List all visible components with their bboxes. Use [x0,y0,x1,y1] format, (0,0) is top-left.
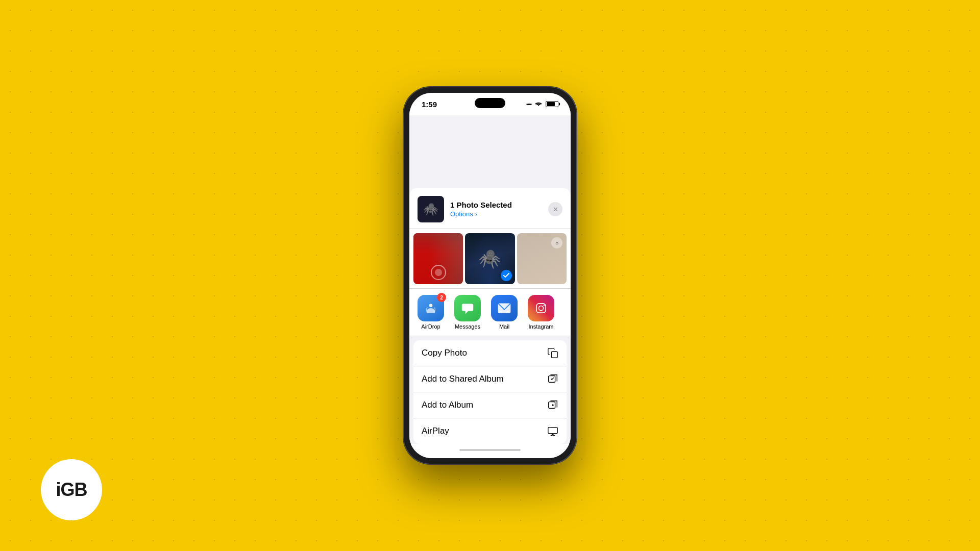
photo-thumbnail-2[interactable]: 🕷️ [465,233,514,284]
share-title-area: 1 Photo Selected Options › [450,201,542,218]
copy-photo-label: Copy Photo [422,348,467,358]
airplay-icon [547,425,558,437]
svg-point-0 [429,304,433,308]
photo-thumbnail-1[interactable] [413,233,463,284]
copy-photo-action[interactable]: Copy Photo [413,340,567,366]
instagram-app-item[interactable]: Instagram [528,295,554,330]
mail-label: Mail [499,323,509,330]
signal-icon: •••• [526,102,531,107]
mail-app-item[interactable]: Mail [491,295,518,330]
share-header: 🕷️ 1 Photo Selected Options › ✕ [409,188,571,229]
copy-photo-icon [547,347,558,359]
battery-icon [546,101,558,107]
apps-row: 2 AirDrop [409,289,571,336]
action-list: Copy Photo Add to Shared Album [413,340,567,444]
airplay-action[interactable]: AirPlay [413,418,567,444]
add-shared-album-label: Add to Shared Album [422,374,504,384]
messages-icon [454,295,481,321]
airplay-label: AirPlay [422,426,449,436]
options-button[interactable]: Options › [450,210,542,218]
phone-screen: 1:59 •••• [409,93,571,458]
airdrop-app-item[interactable]: 2 AirDrop [418,295,444,330]
chevron-right-icon: › [475,210,477,218]
wifi-icon [534,101,543,107]
album-icon [547,399,558,411]
airdrop-label: AirDrop [421,323,440,330]
messages-label: Messages [455,323,480,330]
mail-icon [491,295,518,321]
shared-album-icon [547,373,558,385]
status-icons: •••• [526,101,558,107]
igb-logo: iGB [41,459,102,520]
add-album-label: Add to Album [422,400,473,410]
photos-row: 🕷️ ○ [409,229,571,289]
svg-rect-5 [551,352,557,358]
messages-app-item[interactable]: Messages [454,295,481,330]
share-sheet: 🕷️ 1 Photo Selected Options › ✕ [409,188,571,458]
home-indicator [409,444,571,458]
instagram-label: Instagram [529,323,554,330]
status-bar: 1:59 •••• [409,93,571,115]
airdrop-badge: 2 [437,293,446,302]
photo-thumbnail-3[interactable]: ○ [517,233,567,284]
airdrop-icon: 2 [418,295,444,321]
add-album-action[interactable]: Add to Album [413,392,567,418]
home-bar [459,449,521,451]
svg-point-4 [544,305,545,306]
add-shared-album-action[interactable]: Add to Shared Album [413,366,567,392]
close-button[interactable]: ✕ [548,202,562,216]
status-time: 1:59 [422,100,437,109]
share-thumbnail: 🕷️ [418,196,444,222]
svg-point-3 [538,306,543,310]
selected-badge [501,270,512,281]
dynamic-island [475,98,505,108]
share-title: 1 Photo Selected [450,201,542,209]
phone-frame: 1:59 •••• [403,87,577,464]
instagram-icon [528,295,554,321]
